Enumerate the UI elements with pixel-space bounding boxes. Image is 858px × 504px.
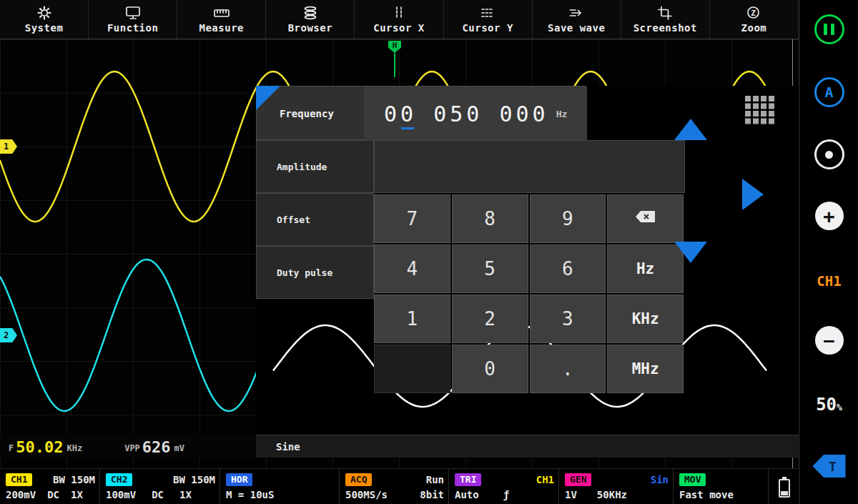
trigger-source: CH1	[536, 474, 554, 485]
duty-pulse-label: Duty pulse	[277, 267, 332, 278]
pause-icon	[814, 14, 844, 44]
move-mode: Fast move	[679, 489, 734, 500]
frequency-row[interactable]: Frequency 00 050 000 Hz	[256, 86, 586, 140]
status-generator[interactable]: GEN Sin 1V 50KHz	[559, 469, 674, 504]
trigger-edge-icon: ƒ	[503, 489, 509, 500]
status-battery	[769, 469, 799, 504]
timebase-value: M = 10uS	[226, 489, 274, 500]
key-hz[interactable]: Hz	[607, 244, 684, 293]
ch1-coupling: DC	[47, 489, 59, 500]
key-9[interactable]: 9	[530, 194, 606, 243]
frequency-value: 00 050 000	[384, 102, 549, 127]
status-trigger[interactable]: TRI CH1 Auto ƒ	[449, 469, 559, 504]
toolbar-browser-label: Browser	[288, 22, 333, 34]
toolbar-system-label: System	[25, 22, 64, 34]
cursor-y-icon	[479, 5, 496, 21]
trigger-mode: Auto	[455, 489, 479, 500]
tri-badge[interactable]: TRI	[455, 473, 481, 486]
key-6[interactable]: 6	[530, 244, 606, 293]
status-ch2[interactable]: CH2 BW 150M 100mV DC 1X	[100, 469, 220, 504]
status-acquisition[interactable]: ACQ Run 500MS/s 8bit	[340, 469, 449, 504]
ch1-badge[interactable]: CH1	[6, 473, 32, 486]
save-wave-icon	[568, 5, 585, 21]
amplitude-label: Amplitude	[277, 162, 327, 172]
gen-badge[interactable]: GEN	[565, 473, 591, 486]
acq-badge[interactable]: ACQ	[345, 473, 372, 486]
minus-icon: −	[815, 326, 844, 355]
vpp-meas-unit: mV	[174, 443, 184, 453]
measurement-bar: F 50.02 KHz VPP 626 mV	[0, 435, 256, 458]
run-pause-button[interactable]	[814, 14, 844, 44]
amplitude-value-box[interactable]	[374, 140, 685, 193]
frequency-meas-label: F	[9, 443, 14, 453]
status-ch1[interactable]: CH1 BW 150M 200mV DC 1X	[0, 469, 100, 504]
zoom-percent[interactable]: 50%	[800, 395, 858, 415]
mov-badge[interactable]: MOV	[679, 473, 706, 486]
key-8[interactable]: 8	[452, 194, 528, 243]
toolbar-measure-label: Measure	[199, 22, 245, 34]
key-1[interactable]: 1	[374, 295, 450, 343]
status-horizontal[interactable]: HOR M = 10uS	[220, 469, 340, 504]
key-0[interactable]: 0	[452, 345, 528, 393]
oscilloscope-app: System Function Measure Browser Cursor X…	[0, 0, 858, 504]
record-icon	[814, 139, 844, 169]
arrow-down-button[interactable]	[674, 242, 707, 263]
frequency-unit: Hz	[556, 109, 568, 119]
status-move[interactable]: MOV Fast move	[674, 469, 769, 504]
key-3[interactable]: 3	[530, 295, 606, 343]
right-sidebar: A + CH1 − 50% T	[799, 0, 858, 504]
wave-type-bar[interactable]: Sine	[256, 435, 799, 458]
bit-resolution: 8bit	[420, 489, 444, 500]
record-button[interactable]	[814, 139, 844, 169]
decrease-button[interactable]: −	[815, 326, 844, 355]
toolbar-cursor-y[interactable]: Cursor Y	[444, 0, 533, 39]
toolbar-measure[interactable]: Measure	[177, 0, 266, 39]
auto-letter: A	[824, 84, 833, 101]
toolbar-cursor-x[interactable]: Cursor X	[355, 0, 443, 39]
ch2-scale: 100mV	[106, 489, 136, 500]
monitor-icon	[124, 5, 142, 21]
auto-button[interactable]: A	[814, 77, 844, 107]
key-decimal[interactable]: .	[530, 345, 606, 393]
ch2-probe: 1X	[179, 489, 192, 500]
backspace-key[interactable]	[607, 194, 684, 243]
toolbar-save-wave[interactable]: Save wave	[533, 0, 621, 39]
key-4[interactable]: 4	[374, 244, 450, 293]
ch2-badge[interactable]: CH2	[106, 473, 132, 486]
active-channel-label[interactable]: CH1	[800, 273, 858, 289]
frequency-meas-unit: KHz	[66, 443, 82, 453]
vpp-meas-value: 626	[142, 440, 171, 455]
increase-button[interactable]: +	[815, 202, 844, 230]
toolbar-zoom[interactable]: Z Zoom	[710, 0, 799, 39]
offset-row[interactable]: Offset	[256, 193, 374, 246]
gen-frequency: 50KHz	[597, 489, 627, 500]
frequency-value-box[interactable]: 00 050 000 Hz	[364, 87, 587, 141]
key-7[interactable]: 7	[374, 194, 450, 243]
trigger-letter: T	[829, 459, 837, 474]
toolbar-function-label: Function	[107, 22, 158, 34]
trigger-button[interactable]: T	[813, 455, 846, 478]
generator-settings-dialog: Frequency 00 050 000 Hz Amplitude Offset…	[256, 86, 799, 458]
gear-icon	[36, 5, 53, 21]
grid-icon[interactable]	[745, 96, 778, 127]
duty-pulse-row[interactable]: Duty pulse	[256, 246, 374, 299]
hor-badge[interactable]: HOR	[226, 473, 252, 486]
key-2[interactable]: 2	[452, 295, 528, 343]
key-khz[interactable]: KHz	[607, 295, 684, 343]
toolbar-browser[interactable]: Browser	[266, 0, 355, 39]
toolbar-screenshot[interactable]: Screenshot	[621, 0, 710, 39]
arrow-up-button[interactable]	[674, 119, 707, 140]
numeric-keypad: 7 8 9 4 5 6 Hz 1 2 3 KHz 0 . MHz	[374, 194, 684, 393]
toolbar-cursor-x-label: Cursor X	[373, 22, 424, 34]
top-toolbar: System Function Measure Browser Cursor X…	[0, 0, 799, 39]
toolbar-system[interactable]: System	[0, 0, 89, 39]
battery-icon	[779, 479, 790, 498]
key-mhz[interactable]: MHz	[607, 345, 684, 393]
key-5[interactable]: 5	[452, 244, 528, 293]
toolbar-zoom-label: Zoom	[741, 22, 767, 34]
arrow-right-button[interactable]	[742, 179, 764, 210]
amplitude-row[interactable]: Amplitude	[256, 140, 374, 193]
database-icon	[302, 5, 319, 21]
offset-label: Offset	[277, 214, 310, 225]
toolbar-function[interactable]: Function	[89, 0, 177, 39]
